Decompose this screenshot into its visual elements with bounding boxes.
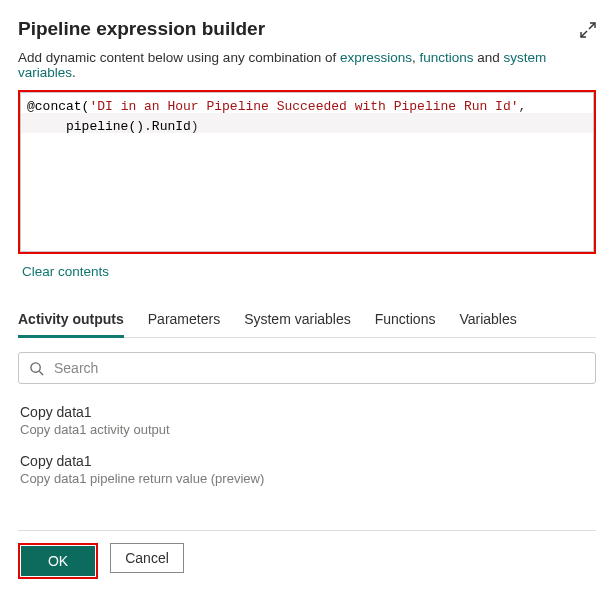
tab-variables[interactable]: Variables <box>459 303 516 337</box>
subtext-prefix: Add dynamic content below using any comb… <box>18 50 340 65</box>
expr-string: 'DI in an Hour Pipeline Succeeded with P… <box>89 99 518 114</box>
tab-activity-outputs[interactable]: Activity outputs <box>18 303 124 337</box>
svg-point-2 <box>31 362 40 371</box>
clear-contents-link[interactable]: Clear contents <box>22 264 109 279</box>
subtext: Add dynamic content below using any comb… <box>18 50 596 80</box>
ok-button-highlight: OK <box>18 543 98 579</box>
subtext-sep1: , <box>412 50 420 65</box>
expr-indent <box>27 119 66 134</box>
expr-id: RunId <box>152 119 191 134</box>
cancel-button[interactable]: Cancel <box>110 543 184 573</box>
expand-icon[interactable] <box>580 22 596 38</box>
tab-functions[interactable]: Functions <box>375 303 436 337</box>
expr-comma: , <box>519 99 527 114</box>
activity-outputs-list: Copy data1 Copy data1 activity output Co… <box>18 398 596 496</box>
expr-fn-concat: concat( <box>35 99 90 114</box>
svg-line-3 <box>39 371 43 375</box>
subtext-suffix: . <box>72 65 76 80</box>
expr-fn-pipeline: pipeline() <box>66 119 144 134</box>
list-item[interactable]: Copy data1 Copy data1 activity output <box>18 398 596 447</box>
svg-line-0 <box>581 31 587 37</box>
functions-link[interactable]: functions <box>420 50 474 65</box>
search-box[interactable] <box>18 352 596 384</box>
svg-line-1 <box>589 23 595 29</box>
expr-close: ) <box>191 119 199 134</box>
tabs: Activity outputs Parameters System varia… <box>18 303 596 338</box>
expressions-link[interactable]: expressions <box>340 50 412 65</box>
search-input[interactable] <box>52 359 585 377</box>
page-title: Pipeline expression builder <box>18 18 265 40</box>
footer: OK Cancel <box>18 530 596 579</box>
output-title: Copy data1 <box>20 453 594 469</box>
ok-button[interactable]: OK <box>21 546 95 576</box>
search-icon <box>29 361 44 376</box>
tab-parameters[interactable]: Parameters <box>148 303 220 337</box>
output-sub: Copy data1 pipeline return value (previe… <box>20 471 594 486</box>
tab-system-variables[interactable]: System variables <box>244 303 351 337</box>
output-sub: Copy data1 activity output <box>20 422 594 437</box>
expression-editor-highlight: @concat('DI in an Hour Pipeline Succeede… <box>18 90 596 254</box>
output-title: Copy data1 <box>20 404 594 420</box>
list-item[interactable]: Copy data1 Copy data1 pipeline return va… <box>18 447 596 496</box>
subtext-sep2: and <box>474 50 504 65</box>
expression-editor[interactable]: @concat('DI in an Hour Pipeline Succeede… <box>20 92 594 252</box>
expr-dot: . <box>144 119 152 134</box>
expr-at: @ <box>27 99 35 114</box>
